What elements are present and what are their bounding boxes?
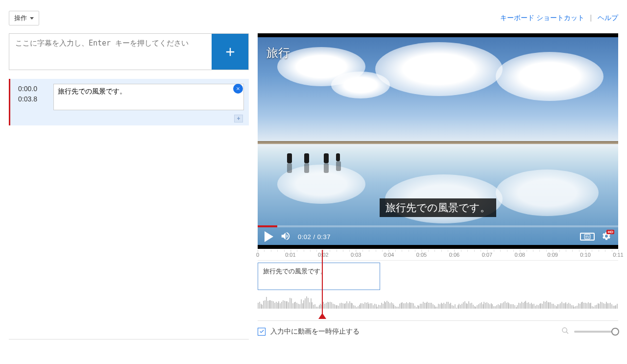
subtitle-start-time: 0:00.0: [18, 84, 45, 94]
ruler-tick: 0:02: [318, 252, 328, 258]
insert-below-button[interactable]: +: [234, 115, 243, 122]
zoom-handle[interactable]: [611, 328, 619, 336]
volume-icon: [280, 231, 291, 242]
delete-subtitle-button[interactable]: [233, 84, 243, 94]
ruler-tick: 0:10: [580, 252, 590, 258]
left-divider: [9, 339, 249, 340]
time-display: 0:02 / 0:37: [298, 233, 331, 241]
subtitle-text-input[interactable]: [53, 84, 244, 110]
actions-label: 操作: [14, 14, 27, 23]
ruler-tick: 0:07: [482, 252, 492, 258]
volume-button[interactable]: [280, 231, 291, 243]
new-subtitle-row: [9, 33, 249, 70]
timeline-track[interactable]: 旅行先での風景です。: [258, 261, 618, 290]
ruler-tick: 0:04: [384, 252, 394, 258]
subtitles-icon: [582, 233, 592, 240]
svg-rect-4: [589, 236, 589, 236]
play-button[interactable]: [265, 231, 273, 242]
video-controls: 0:02 / 0:37 HD: [258, 224, 618, 249]
subtitle-item[interactable]: 0:00.0 0:03.8 +: [9, 79, 249, 125]
keyboard-shortcuts-link[interactable]: キーボード ショートカット: [500, 14, 584, 22]
svg-rect-1: [585, 237, 587, 238]
pause-while-typing-label: 入力中に動画を一時停止する: [270, 327, 360, 336]
zoom-slider[interactable]: [574, 331, 618, 333]
ruler-tick: 0:03: [351, 252, 361, 258]
link-divider: |: [590, 14, 592, 22]
check-icon: [259, 329, 265, 334]
subtitle-end-time: 0:03.8: [18, 94, 45, 104]
captions-button[interactable]: [580, 233, 595, 241]
svg-rect-0: [584, 234, 590, 239]
new-subtitle-input[interactable]: [9, 34, 212, 70]
plus-icon: [223, 45, 237, 59]
caption-overlay: 旅行先での風景です。: [380, 198, 496, 217]
zoom-out-button[interactable]: [561, 327, 569, 336]
timeline-ruler: 00:010:020:030:040:050:060:070:080:090:1…: [258, 250, 618, 261]
svg-rect-2: [588, 237, 590, 238]
ruler-tick: 0:09: [547, 252, 557, 258]
add-subtitle-button[interactable]: [212, 34, 248, 70]
zoom-controls: [561, 327, 618, 336]
ruler-tick: 0: [256, 252, 259, 258]
clip-text: 旅行先での風景です。: [263, 267, 327, 275]
magnifier-icon: [561, 327, 569, 335]
settings-button[interactable]: HD: [602, 231, 611, 243]
video-title: 旅行: [266, 45, 290, 61]
subtitle-times: 0:00.0 0:03.8: [15, 84, 45, 112]
ruler-tick: 0:06: [449, 252, 459, 258]
svg-rect-3: [585, 236, 588, 236]
ruler-tick: 0:11: [613, 252, 623, 258]
timeline[interactable]: 00:010:020:030:040:050:060:070:080:090:1…: [258, 250, 618, 318]
caret-down-icon: [30, 17, 34, 20]
svg-point-5: [562, 328, 567, 332]
video-preview-column: 旅行 旅行先での風景です。 0:02 / 0:37 HD: [258, 33, 618, 336]
hd-badge: HD: [606, 230, 614, 234]
actions-dropdown[interactable]: 操作: [9, 11, 39, 25]
ruler-tick: 0:01: [285, 252, 295, 258]
ruler-tick: 0:05: [416, 252, 427, 258]
pause-while-typing-checkbox[interactable]: [258, 328, 265, 336]
timeline-clip[interactable]: 旅行先での風景です。: [258, 263, 380, 290]
close-icon: [236, 86, 241, 91]
waveform: [258, 295, 618, 309]
subtitle-editor-column: 0:00.0 0:03.8 +: [9, 33, 249, 336]
svg-line-6: [566, 332, 568, 334]
subtitle-list: 0:00.0 0:03.8 +: [9, 79, 249, 125]
top-links: キーボード ショートカット | ヘルプ: [500, 14, 618, 23]
help-link[interactable]: ヘルプ: [598, 14, 618, 22]
footer-bar: 入力中に動画を一時停止する: [258, 320, 618, 336]
ruler-tick: 0:08: [515, 252, 525, 258]
video-player[interactable]: 旅行 旅行先での風景です。 0:02 / 0:37 HD: [258, 33, 618, 249]
